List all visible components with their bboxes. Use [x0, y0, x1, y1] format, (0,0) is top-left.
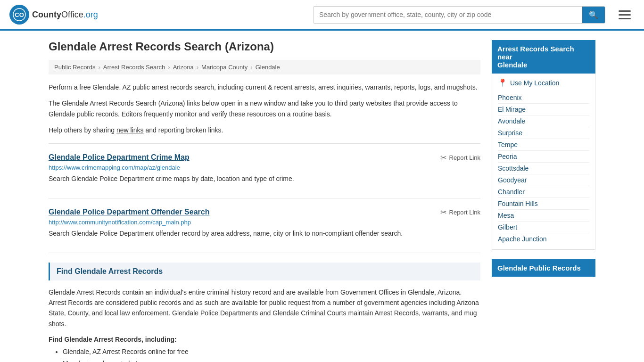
sidebar-nearby-link[interactable]: Gilbert	[498, 222, 589, 233]
sidebar-nearby-link[interactable]: Peoria	[498, 151, 589, 163]
sidebar: Arrest Records Search near Glendale 📍 Us…	[492, 40, 595, 362]
description-3: Help others by sharing new links and rep…	[49, 125, 480, 135]
breadcrumb-glendale[interactable]: Glendale	[256, 64, 280, 71]
logo-county: County	[32, 10, 61, 19]
logo-office: Office	[61, 10, 83, 19]
breadcrumb-arizona[interactable]: Arizona	[173, 64, 194, 71]
breadcrumb-public-records[interactable]: Public Records	[54, 64, 95, 71]
link-url-2[interactable]: http://www.communitynotification.com/cap…	[49, 219, 480, 226]
link-title-2[interactable]: Glendale Police Department Offender Sear…	[49, 208, 209, 216]
sidebar-nearby-link[interactable]: Mesa	[498, 210, 589, 222]
main-content: Glendale Arrest Records Search (Arizona)…	[49, 40, 480, 362]
find-section-header: Find Glendale Arrest Records	[49, 263, 480, 280]
report-icon-2: ✂	[440, 208, 446, 217]
sidebar-nearby-link[interactable]: Chandler	[498, 186, 589, 198]
description-1: Perform a free Glendale, AZ public arres…	[49, 82, 480, 92]
page-title: Glendale Arrest Records Search (Arizona)	[49, 40, 480, 53]
new-links-link[interactable]: new links	[116, 126, 144, 134]
divider-2	[49, 198, 480, 198]
sidebar-nearby-link[interactable]: Apache Junction	[498, 233, 589, 245]
search-input[interactable]	[314, 7, 582, 22]
link-section-1: Glendale Police Department Crime Map ✂ R…	[49, 153, 480, 189]
search-button[interactable]: 🔍	[582, 7, 605, 23]
search-icon: 🔍	[589, 11, 598, 19]
nearby-links: PhoenixEl MirageAvondaleSurpriseTempePeo…	[498, 92, 589, 245]
including-header: Find Glendale Arrest Records, including:	[49, 336, 480, 343]
divider-1	[49, 143, 480, 144]
sidebar-nearby-link[interactable]: Fountain Hills	[498, 198, 589, 210]
sidebar-nearby-link[interactable]: Phoenix	[498, 92, 589, 104]
site-logo[interactable]: CO CountyOffice.org	[9, 5, 98, 25]
sidebar-nearby-link[interactable]: El Mirage	[498, 104, 589, 115]
svg-text:CO: CO	[15, 11, 24, 18]
public-records-section: Glendale Public Records	[492, 259, 595, 277]
report-link-1[interactable]: ✂ Report Link	[440, 153, 480, 162]
link-url-1[interactable]: https://www.crimemapping.com/map/az/glen…	[49, 164, 480, 171]
breadcrumb-maricopa[interactable]: Maricopa County	[201, 64, 248, 71]
link-section-2: Glendale Police Department Offender Sear…	[49, 208, 480, 243]
sidebar-nearby-content: 📍 Use My Location PhoenixEl MirageAvonda…	[492, 74, 595, 250]
description-2: The Glendale Arrest Records Search (Ariz…	[49, 98, 480, 119]
sidebar-nearby-link[interactable]: Tempe	[498, 139, 589, 151]
link-desc-1: Search Glendale Police Department crime …	[49, 174, 480, 184]
use-location-row: 📍 Use My Location	[498, 78, 589, 87]
nearby-section: Arrest Records Search near Glendale 📍 Us…	[492, 40, 595, 250]
divider-3	[49, 253, 480, 253]
link-title-1[interactable]: Glendale Police Department Crime Map	[49, 153, 190, 162]
use-my-location-link[interactable]: Use My Location	[510, 79, 559, 87]
search-bar: 🔍	[313, 6, 605, 24]
menu-icon	[619, 10, 631, 12]
logo-org: .org	[83, 10, 98, 19]
report-link-2[interactable]: ✂ Report Link	[440, 208, 480, 217]
location-pin-icon: 📍	[498, 78, 507, 87]
report-icon-1: ✂	[440, 153, 446, 162]
sidebar-nearby-link[interactable]: Goodyear	[498, 174, 589, 186]
sidebar-nearby-link[interactable]: Surprise	[498, 127, 589, 139]
sidebar-nearby-link[interactable]: Avondale	[498, 115, 589, 127]
breadcrumb-arrest-records[interactable]: Arrest Records Search	[103, 64, 165, 71]
including-list: Glendale, AZ Arrest Records online for f…	[49, 347, 480, 362]
link-desc-2: Search Glendale Police Department offend…	[49, 229, 480, 239]
list-item-1: Glendale, AZ Arrest Records online for f…	[63, 347, 480, 357]
sidebar-nearby-link[interactable]: Scottsdale	[498, 163, 589, 174]
breadcrumb: Public Records › Arrest Records Search ›…	[49, 60, 480, 74]
list-item-2: Mugshots and arrest photos	[63, 359, 480, 362]
find-body-text: Glendale Arrest Records contain an indiv…	[49, 287, 480, 329]
sidebar-public-records-title: Glendale Public Records	[492, 259, 595, 277]
logo-icon: CO	[9, 5, 29, 25]
sidebar-nearby-title: Arrest Records Search near Glendale	[492, 40, 595, 74]
menu-button[interactable]	[615, 8, 635, 21]
